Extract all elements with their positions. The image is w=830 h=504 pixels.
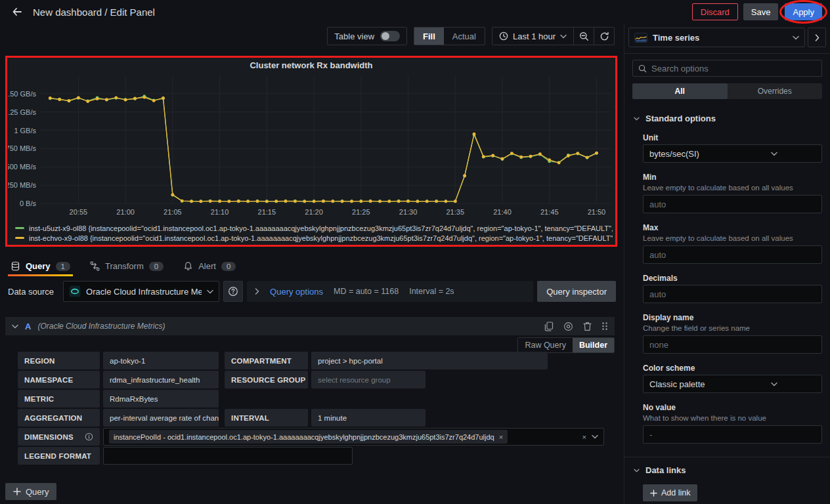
- svg-text:21:35: 21:35: [447, 208, 465, 216]
- dimensions-input[interactable]: instancePoolId - ocid1.instancepool.oc1.…: [103, 428, 604, 446]
- time-series-chart[interactable]: 0 B/s250 MB/s500 MB/s750 MB/s1 GB/s1.25 …: [8, 72, 615, 220]
- tab-all[interactable]: All: [632, 83, 728, 99]
- decimals-input[interactable]: [643, 285, 822, 303]
- tab-transform[interactable]: Transform 0: [90, 256, 164, 276]
- resource-group-value[interactable]: select resource group: [311, 371, 426, 388]
- discard-button[interactable]: Discard: [692, 3, 738, 20]
- drag-handle-icon[interactable]: [601, 322, 608, 331]
- query-row-header[interactable]: A (Oracle Cloud Infrastructure Metrics): [5, 317, 615, 335]
- add-link-button[interactable]: Add link: [643, 484, 697, 501]
- info-icon[interactable]: [85, 432, 93, 441]
- options-search-input[interactable]: [651, 64, 816, 74]
- svg-text:21:40: 21:40: [493, 208, 512, 216]
- chevron-down-icon: [733, 382, 816, 387]
- svg-text:21:00: 21:00: [116, 208, 135, 216]
- max-input[interactable]: [643, 245, 822, 264]
- datasource-help-button[interactable]: [223, 281, 243, 302]
- metric-value[interactable]: RdmaRxBytes: [103, 390, 219, 408]
- chevron-down-icon[interactable]: [12, 324, 18, 329]
- datasource-picker[interactable]: Oracle Cloud Infrastructure Metrics: [63, 281, 219, 302]
- chevron-down-icon: [733, 152, 816, 156]
- svg-text:21:10: 21:10: [211, 208, 229, 216]
- svg-text:1.50 GB/s: 1.50 GB/s: [8, 90, 36, 98]
- chevron-right-icon: [815, 34, 819, 41]
- builder-option[interactable]: Builder: [573, 338, 614, 352]
- max-field: Max Leave empty to calculate based on al…: [643, 223, 822, 264]
- chart-legend: inst-u5uzt-x9-ol88 {instancepoolid="ocid…: [15, 223, 613, 243]
- color-scheme-select[interactable]: Classic palette: [643, 375, 822, 393]
- chevron-right-icon[interactable]: [255, 288, 259, 295]
- chip-remove-icon[interactable]: ×: [499, 433, 503, 441]
- color-scheme-label: Color scheme: [643, 364, 822, 373]
- legend-item[interactable]: inst-u5uzt-x9-ol88 {instancepoolid="ocid…: [15, 223, 613, 233]
- plus-icon: [650, 490, 657, 497]
- no-value-field: No value What to show when there is no v…: [643, 403, 822, 444]
- resource-group-label: RESOURCE GROUP: [225, 371, 308, 388]
- hide-query-eye-icon[interactable]: [563, 322, 573, 331]
- fill-option[interactable]: Fill: [414, 28, 444, 45]
- query-options-bar: Query options MD = auto = 1168 Interval …: [247, 281, 533, 302]
- data-links-section[interactable]: Data links: [634, 465, 822, 475]
- query-options-link[interactable]: Query options: [270, 287, 323, 297]
- decimals-label: Decimals: [643, 274, 822, 283]
- actual-option[interactable]: Actual: [444, 28, 485, 45]
- min-input[interactable]: [643, 195, 822, 213]
- raw-query-option[interactable]: Raw Query: [518, 338, 573, 352]
- query-ref-id: A: [25, 322, 31, 331]
- chevron-down-icon[interactable]: [592, 434, 598, 439]
- dimensions-label-cell: DIMENSIONS: [18, 428, 100, 446]
- oci-datasource-icon: [69, 285, 81, 297]
- back-button[interactable]: [8, 3, 26, 21]
- zoom-out-button[interactable]: [574, 28, 594, 45]
- collapse-options-button[interactable]: [808, 28, 826, 47]
- clear-all-icon[interactable]: ×: [582, 433, 586, 441]
- save-button[interactable]: Save: [743, 3, 779, 20]
- no-value-input[interactable]: [643, 425, 822, 444]
- svg-text:21:45: 21:45: [540, 208, 559, 216]
- legend-format-input[interactable]: [103, 447, 353, 465]
- visualization-picker[interactable]: Time series: [628, 28, 805, 47]
- unit-label: Unit: [643, 133, 822, 142]
- time-range-picker[interactable]: Last 1 hour: [492, 28, 573, 45]
- tab-query-count: 1: [56, 262, 70, 271]
- field-row-namespace-resourcegroup: NAMESPACE rdma_infrastructure_health RES…: [18, 371, 616, 388]
- refresh-button[interactable]: [594, 28, 614, 45]
- standard-options-section[interactable]: Standard options: [634, 114, 822, 123]
- region-label: REGION: [18, 352, 100, 369]
- datasource-label: Data source: [7, 281, 59, 302]
- max-data-points-text: MD = auto = 1168: [334, 287, 399, 296]
- clock-icon: [499, 32, 508, 41]
- svg-text:750 MB/s: 750 MB/s: [8, 144, 36, 152]
- dimension-chip: instancePoolId - ocid1.instancepool.oc1.…: [109, 430, 508, 444]
- aggregation-value[interactable]: per-interval average rate of change: [103, 409, 219, 427]
- svg-text:1.25 GB/s: 1.25 GB/s: [8, 108, 36, 116]
- database-icon: [11, 261, 20, 271]
- svg-text:21:05: 21:05: [164, 208, 182, 216]
- tab-query[interactable]: Query 1: [11, 256, 70, 276]
- interval-label: INTERVAL: [225, 409, 308, 427]
- tab-overrides[interactable]: Overrides: [728, 83, 823, 99]
- interval-value[interactable]: 1 minute: [311, 409, 426, 427]
- arrow-left-icon: [11, 6, 23, 18]
- tab-alert[interactable]: Alert 0: [183, 256, 236, 276]
- legend-item[interactable]: inst-echvo-x9-ol88 {instancepoolid="ocid…: [15, 233, 613, 243]
- grafana-edit-panel-screen: New dashboard / Edit Panel Discard Save …: [0, 0, 830, 504]
- tab-alert-count: 0: [221, 262, 236, 271]
- table-view-toggle[interactable]: [380, 31, 400, 41]
- transform-icon: [90, 261, 100, 271]
- unit-select[interactable]: bytes/sec(SI): [643, 144, 822, 163]
- compartment-value[interactable]: project > hpc-portal: [311, 352, 548, 369]
- dimensions-label: DIMENSIONS: [24, 433, 74, 441]
- add-query-button[interactable]: Query: [5, 483, 56, 500]
- legend-swatch-green: [15, 227, 24, 229]
- apply-button[interactable]: Apply: [785, 3, 822, 20]
- delete-query-trash-icon[interactable]: [583, 322, 592, 331]
- duplicate-query-icon[interactable]: [544, 322, 554, 331]
- region-value[interactable]: ap-tokyo-1: [103, 352, 219, 369]
- max-label: Max: [643, 223, 822, 232]
- query-mode-toggle: Raw Query Builder: [517, 337, 615, 353]
- display-name-input[interactable]: [643, 335, 822, 354]
- query-inspector-button[interactable]: Query inspector: [537, 281, 616, 302]
- namespace-value[interactable]: rdma_infrastructure_health: [103, 371, 219, 388]
- top-bar: New dashboard / Edit Panel Discard Save …: [0, 0, 830, 24]
